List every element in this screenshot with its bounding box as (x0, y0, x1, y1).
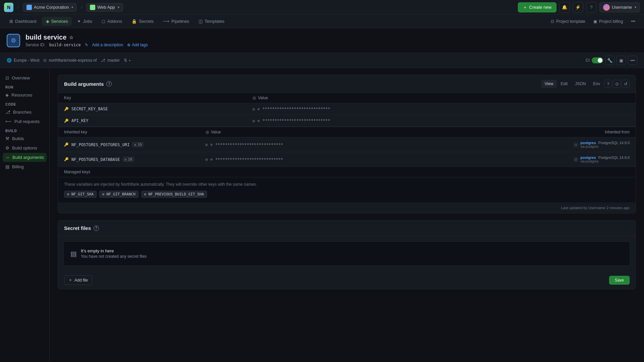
nav-dashboard[interactable]: ⊞ Dashboard (5, 17, 41, 26)
console-icon-btn[interactable]: ▣ (616, 56, 626, 65)
nav-services-label: Services (51, 19, 68, 24)
build-ref-value: ▪ (129, 58, 130, 62)
copy-icon-1[interactable]: ⊙ (258, 107, 260, 111)
help-btn-args[interactable]: ? (604, 80, 612, 88)
build-args-title: Build arguments ? (64, 81, 112, 87)
sidebar-item-build-options[interactable]: ⚙ Build options (3, 143, 47, 153)
inherited-val-header: Value (211, 130, 221, 134)
navbar: ⊞ Dashboard ◈ Services ✦ Jobs ◻ Addons 🔒… (0, 15, 644, 28)
arg-key-2: 🔑 API_KEY (64, 118, 253, 123)
inherited-via-2: via postgres (580, 160, 630, 163)
arg-val-2: ◎ ⊙ **************************** (253, 118, 630, 123)
edit-icon[interactable]: ✎ (85, 43, 88, 47)
more-env-btn[interactable]: ••• (628, 56, 637, 65)
ci-switch[interactable] (592, 57, 603, 63)
table-row: 🔑 SECRET_KEY_BASE ◎ ⊙ ******************… (58, 103, 636, 115)
nav-jobs[interactable]: ✦ Jobs (73, 17, 96, 26)
service-id-value: build-service (49, 43, 81, 47)
service-icon: ⚙ (7, 34, 20, 47)
section-header-build-args: Build arguments ? View Edit JSON Env ? ⊙… (58, 75, 636, 93)
empty-icon: ▤ (70, 250, 77, 258)
navbar-right: ⊡ Project template ▣ Project billing ••• (547, 17, 639, 25)
copy-icon-2[interactable]: ⊙ (258, 119, 260, 123)
copy-btn-args[interactable]: ⊙ (613, 80, 621, 88)
copy-inh-2[interactable]: ⊙ (210, 157, 213, 162)
nav-templates[interactable]: ◫ Templates (195, 17, 228, 26)
project-template-link[interactable]: ⊡ Project template (547, 17, 589, 25)
project-selector[interactable]: Web App ▾ (86, 3, 123, 12)
view-btn-edit[interactable]: Edit (557, 80, 571, 88)
managed-keys-section: Managed keys These variables are injecte… (58, 167, 636, 202)
nav-secrets[interactable]: 🔒 Secrets (127, 17, 158, 26)
sidebar-item-pull-requests[interactable]: ⟵ Pull requests (3, 117, 47, 126)
favourite-icon[interactable]: ☆ (69, 35, 73, 40)
build-args-help-icon[interactable]: ? (106, 81, 112, 86)
create-new-button[interactable]: ＋ Create new (518, 2, 556, 12)
more-options-button[interactable]: ••• (628, 17, 639, 25)
arg-val-text-2: **************************** (262, 118, 330, 123)
inh-source-2: ⊡ postgres PostgreSQL 14.9.0 via postgre… (488, 156, 630, 163)
project-name: Web App (97, 5, 115, 10)
sidebar-item-build-arguments[interactable]: ↔ Build arguments (3, 153, 47, 162)
github-icon: ⊙ (43, 58, 47, 63)
version-icon-2: ⇅ (125, 158, 127, 161)
sidebar-item-overview[interactable]: ⊡ Overview (3, 73, 47, 82)
tag-icon: ⊕ (127, 43, 130, 47)
main-content: Build arguments ? View Edit JSON Env ? ⊙… (50, 68, 644, 362)
branches-icon: ⎇ (5, 110, 10, 115)
project-billing-icon: ▣ (593, 19, 597, 24)
eye-inh-2: ◎ (206, 157, 208, 162)
more-args-btn[interactable]: ↺ (622, 80, 630, 88)
inherited-name-1: postgres PostgreSQL 14.9.0 (580, 141, 630, 145)
help-button[interactable]: ? (586, 2, 597, 13)
settings-icon-btn[interactable]: 🔧 (605, 56, 614, 65)
managed-desc: These variables are injected by Northfla… (64, 182, 630, 187)
view-toggle: View Edit JSON Env ? ⊙ ↺ (541, 80, 630, 88)
managed-keys-label: Managed keys (64, 170, 90, 174)
inh-key-name-1: NF_POSTGRES_POSTGRES_URI (71, 142, 129, 147)
service-meta: Service ID: build-service ✎ Add a descri… (25, 43, 148, 47)
empty-title: It's empty in here (81, 248, 147, 253)
save-button[interactable]: Save (609, 276, 630, 285)
inh-val-text-1: **************************** (215, 142, 283, 147)
managed-keys-header: Managed keys (58, 167, 636, 177)
view-btn-view[interactable]: View (541, 80, 557, 88)
view-btn-json[interactable]: JSON (572, 80, 589, 88)
alerts-button[interactable]: ⚡ (573, 2, 583, 13)
managed-keys-body: These variables are injected by Northfla… (58, 177, 636, 202)
nav-jobs-label: Jobs (83, 19, 92, 24)
nav-services[interactable]: ◈ Services (42, 17, 72, 26)
table-row: 🔑 NF_POSTGRES_POSTGRES_URI ⇅ 10 ◎ ⊙ ****… (58, 137, 636, 152)
nav-pipelines[interactable]: ⟶ Pipelines (159, 17, 193, 26)
add-file-button[interactable]: ＋ Add file (64, 275, 92, 285)
notifications-button[interactable]: 🔔 (559, 2, 570, 13)
repo-link[interactable]: ⊙ northflank/node-express-nf (43, 58, 97, 63)
globe-icon: 🌐 (7, 58, 12, 63)
add-description-link[interactable]: Add a description (92, 43, 123, 47)
project-billing-link[interactable]: ▣ Project billing (590, 17, 626, 25)
build-ref-icon: ⇅ (124, 58, 127, 63)
region-selector[interactable]: 🌐 Europe - West (7, 58, 39, 63)
add-file-label: Add file (74, 278, 88, 283)
org-selector[interactable]: Acme Corporation ▾ (23, 3, 77, 12)
branch-name: master (107, 58, 120, 63)
secret-files-help-icon[interactable]: ? (94, 226, 99, 231)
toggle-knob (598, 58, 602, 63)
add-tags-link[interactable]: ⊕ Add tags (127, 43, 148, 47)
overview-icon: ⊡ (5, 75, 9, 80)
branch-selector[interactable]: ⎇ master (101, 58, 120, 63)
secret-files-header: Secret files ? (58, 221, 636, 236)
tag-copy-icon-1: ⊙ (67, 192, 69, 196)
sidebar-item-resources[interactable]: ◈ Resources (3, 90, 47, 100)
pipelines-icon: ⟶ (163, 19, 169, 24)
copy-inh-1[interactable]: ⊙ (210, 142, 213, 147)
user-menu[interactable]: Username ▾ (599, 2, 640, 12)
nav-addons[interactable]: ◻ Addons (98, 17, 126, 26)
services-icon: ◈ (46, 19, 49, 24)
sidebar-item-branches[interactable]: ⎇ Branches (3, 108, 47, 117)
sidebar-item-billing[interactable]: ▤ Billing (3, 162, 47, 171)
view-btn-env[interactable]: Env (590, 80, 603, 88)
managed-tag-3: ⊙ NF_PREVIOUS_BUILD_GIT_SHA (141, 191, 207, 198)
sidebar-item-builds[interactable]: ⚒ Builds (3, 134, 47, 143)
service-header: ⚙ build service ☆ Service ID: build-serv… (0, 28, 644, 53)
